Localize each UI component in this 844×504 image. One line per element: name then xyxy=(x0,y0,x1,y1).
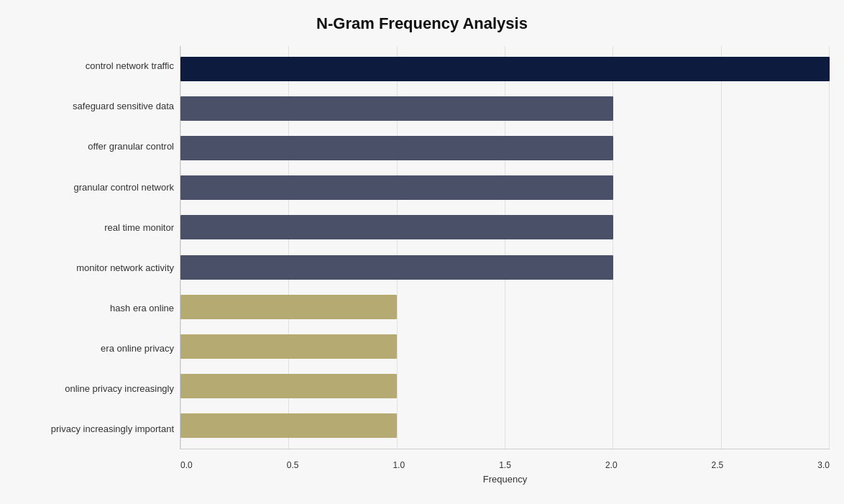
chart-title: N-Gram Frequency Analysis xyxy=(14,14,830,33)
bar-row xyxy=(180,93,830,124)
bar xyxy=(180,255,613,280)
y-label: granular control network xyxy=(14,182,174,193)
y-label: online privacy increasingly xyxy=(14,383,174,395)
bar xyxy=(180,334,397,359)
chart-area: control network trafficsafeguard sensiti… xyxy=(14,46,830,449)
y-label: offer granular control xyxy=(14,141,174,152)
y-label: safeguard sensitive data xyxy=(14,101,174,112)
bar xyxy=(180,57,830,81)
x-tick-label: 2.0 xyxy=(605,460,618,470)
x-axis-labels: 0.00.51.01.52.02.53.0 xyxy=(180,460,830,470)
x-tick-label: 0.0 xyxy=(180,460,193,470)
bar-row xyxy=(180,331,830,362)
bar-row xyxy=(180,132,830,164)
y-label: control network traffic xyxy=(14,60,174,72)
bar xyxy=(180,215,613,239)
bar-row xyxy=(180,252,830,283)
y-label: hash era online xyxy=(14,303,174,314)
bar-row xyxy=(180,370,830,402)
bar-row xyxy=(180,410,830,441)
bar xyxy=(180,136,613,160)
bars-area xyxy=(180,46,830,449)
y-label: monitor network activity xyxy=(14,262,174,274)
x-tick-label: 0.5 xyxy=(287,460,299,470)
plot-area: 0.00.51.01.52.02.53.0 Frequency xyxy=(180,46,830,449)
x-tick-label: 3.0 xyxy=(817,460,830,470)
bar-row xyxy=(180,172,830,203)
bar-row xyxy=(180,291,830,323)
bar-row xyxy=(180,211,830,243)
y-label: privacy increasingly important xyxy=(14,423,174,435)
bar xyxy=(180,295,397,319)
bar xyxy=(180,374,397,398)
y-label: real time monitor xyxy=(14,222,174,234)
x-tick-label: 1.5 xyxy=(499,460,511,470)
x-tick-label: 2.5 xyxy=(712,460,724,470)
bar xyxy=(180,96,613,121)
bar-row xyxy=(180,53,830,85)
y-label: era online privacy xyxy=(14,343,174,354)
x-axis-title: Frequency xyxy=(483,474,527,485)
chart-container: N-Gram Frequency Analysis control networ… xyxy=(0,0,844,504)
y-labels: control network trafficsafeguard sensiti… xyxy=(14,46,180,449)
x-tick-label: 1.0 xyxy=(393,460,405,470)
bar xyxy=(180,175,613,200)
bar xyxy=(180,413,397,438)
